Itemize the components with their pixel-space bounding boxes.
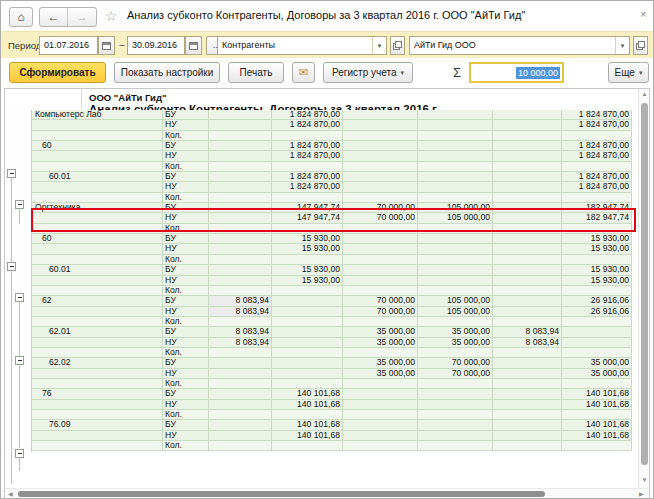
calendar-icon[interactable] bbox=[185, 36, 202, 55]
value-cell[interactable]: 140 101,68 bbox=[272, 431, 343, 441]
table-row[interactable]: 60.01БУ15 930,0015 930,00 bbox=[32, 265, 632, 275]
table-row[interactable]: Кол. bbox=[32, 131, 632, 141]
value-cell[interactable] bbox=[343, 255, 418, 265]
value-cell[interactable] bbox=[562, 327, 632, 337]
account-cell[interactable] bbox=[32, 131, 163, 141]
back-button[interactable]: ← bbox=[40, 8, 68, 26]
value-cell[interactable] bbox=[343, 120, 418, 130]
value-cell[interactable]: 1 824 870,00 bbox=[272, 151, 343, 161]
value-cell[interactable] bbox=[418, 151, 493, 161]
indicator-cell[interactable]: НУ bbox=[163, 431, 209, 441]
value-cell[interactable] bbox=[209, 182, 272, 192]
indicator-cell[interactable]: Кол. bbox=[163, 162, 209, 172]
chevron-down-icon[interactable]: ▾ bbox=[615, 37, 629, 54]
collapse-group-button[interactable] bbox=[15, 356, 24, 365]
value-cell[interactable]: 1 824 870,00 bbox=[272, 120, 343, 130]
value-cell[interactable] bbox=[343, 265, 418, 275]
value-cell[interactable] bbox=[493, 234, 562, 244]
value-cell[interactable] bbox=[209, 120, 272, 130]
value-cell[interactable] bbox=[209, 410, 272, 420]
scroll-left-icon[interactable]: ◀ bbox=[8, 490, 13, 497]
value-cell[interactable] bbox=[272, 317, 343, 327]
table-row[interactable]: НУ8 083,9470 000,00105 000,0026 916,06 bbox=[32, 307, 632, 317]
account-cell[interactable] bbox=[32, 193, 163, 203]
value-cell[interactable] bbox=[209, 317, 272, 327]
value-cell[interactable]: 15 930,00 bbox=[272, 234, 343, 244]
value-cell[interactable] bbox=[418, 234, 493, 244]
indicator-cell[interactable]: Кол. bbox=[163, 193, 209, 203]
value-cell[interactable]: 1 824 870,00 bbox=[272, 172, 343, 182]
indicator-cell[interactable]: НУ bbox=[163, 307, 209, 317]
value-cell[interactable]: 35 000,00 bbox=[343, 358, 418, 368]
close-icon[interactable]: × bbox=[640, 8, 646, 20]
value-cell[interactable] bbox=[209, 162, 272, 172]
value-cell[interactable]: 35 000,00 bbox=[343, 369, 418, 379]
value-cell[interactable] bbox=[209, 369, 272, 379]
generate-button[interactable]: Сформировать bbox=[9, 62, 106, 83]
value-cell[interactable] bbox=[343, 410, 418, 420]
value-cell[interactable]: 140 101,68 bbox=[272, 400, 343, 410]
collapse-group-button[interactable] bbox=[7, 169, 16, 178]
value-cell[interactable] bbox=[562, 317, 632, 327]
value-cell[interactable] bbox=[493, 317, 562, 327]
collapse-group-button[interactable] bbox=[15, 200, 24, 209]
value-cell[interactable]: 26 916,06 bbox=[562, 307, 632, 317]
table-row[interactable]: 60БУ1 824 870,001 824 870,00 bbox=[32, 141, 632, 151]
value-cell[interactable] bbox=[418, 172, 493, 182]
value-cell[interactable] bbox=[343, 441, 418, 451]
value-cell[interactable] bbox=[418, 182, 493, 192]
value-cell[interactable]: 147 947,74 bbox=[272, 203, 343, 213]
open-organization-button[interactable] bbox=[633, 36, 648, 55]
account-cell[interactable] bbox=[32, 379, 163, 389]
value-cell[interactable] bbox=[343, 131, 418, 141]
value-cell[interactable] bbox=[272, 410, 343, 420]
value-cell[interactable]: 140 101,68 bbox=[562, 431, 632, 441]
forward-button[interactable]: → bbox=[68, 8, 96, 26]
value-cell[interactable] bbox=[493, 141, 562, 151]
table-row[interactable]: НУ35 000,0070 000,0035 000,00 bbox=[32, 369, 632, 379]
value-cell[interactable] bbox=[343, 172, 418, 182]
value-cell[interactable] bbox=[493, 276, 562, 286]
indicator-cell[interactable]: НУ bbox=[163, 213, 209, 223]
account-cell[interactable]: 60 bbox=[32, 234, 163, 244]
account-cell[interactable]: 76.09 bbox=[32, 420, 163, 430]
table-row[interactable]: НУ8 083,9435 000,0035 000,008 083,94 bbox=[32, 338, 632, 348]
value-cell[interactable]: 70 000,00 bbox=[343, 203, 418, 213]
collapse-group-button[interactable] bbox=[15, 293, 24, 302]
value-cell[interactable] bbox=[209, 389, 272, 399]
indicator-cell[interactable]: Кол. bbox=[163, 441, 209, 451]
table-row[interactable]: НУ147 947,7470 000,00105 000,00182 947,7… bbox=[32, 213, 632, 223]
indicator-cell[interactable]: НУ bbox=[163, 276, 209, 286]
scroll-down-icon[interactable]: ▼ bbox=[641, 477, 648, 483]
table-row[interactable]: Кол. bbox=[32, 286, 632, 296]
value-cell[interactable]: 147 947,74 bbox=[272, 213, 343, 223]
table-row[interactable]: Кол. bbox=[32, 348, 632, 358]
value-cell[interactable]: 8 083,94 bbox=[493, 338, 562, 348]
value-cell[interactable]: 1 824 870,00 bbox=[562, 120, 632, 130]
value-cell[interactable]: 70 000,00 bbox=[343, 213, 418, 223]
indicator-cell[interactable]: НУ bbox=[163, 369, 209, 379]
value-cell[interactable]: 35 000,00 bbox=[418, 327, 493, 337]
table-row[interactable]: Кол. bbox=[32, 379, 632, 389]
value-cell[interactable] bbox=[562, 193, 632, 203]
value-cell[interactable] bbox=[493, 244, 562, 254]
value-cell[interactable] bbox=[418, 265, 493, 275]
account-cell[interactable] bbox=[32, 120, 163, 130]
account-cell[interactable] bbox=[32, 286, 163, 296]
value-cell[interactable] bbox=[418, 255, 493, 265]
value-cell[interactable] bbox=[343, 389, 418, 399]
value-cell[interactable] bbox=[209, 255, 272, 265]
value-cell[interactable] bbox=[493, 389, 562, 399]
account-cell[interactable] bbox=[32, 182, 163, 192]
value-cell[interactable]: 15 930,00 bbox=[272, 265, 343, 275]
value-cell[interactable] bbox=[418, 431, 493, 441]
value-cell[interactable] bbox=[343, 141, 418, 151]
value-cell[interactable] bbox=[209, 224, 272, 234]
value-cell[interactable] bbox=[562, 410, 632, 420]
indicator-cell[interactable]: БУ bbox=[163, 141, 209, 151]
table-row[interactable]: 76БУ140 101,68140 101,68 bbox=[32, 389, 632, 399]
value-cell[interactable]: 1 824 870,00 bbox=[562, 110, 632, 120]
indicator-cell[interactable]: НУ bbox=[163, 338, 209, 348]
value-cell[interactable]: 15 930,00 bbox=[562, 276, 632, 286]
value-cell[interactable] bbox=[418, 131, 493, 141]
